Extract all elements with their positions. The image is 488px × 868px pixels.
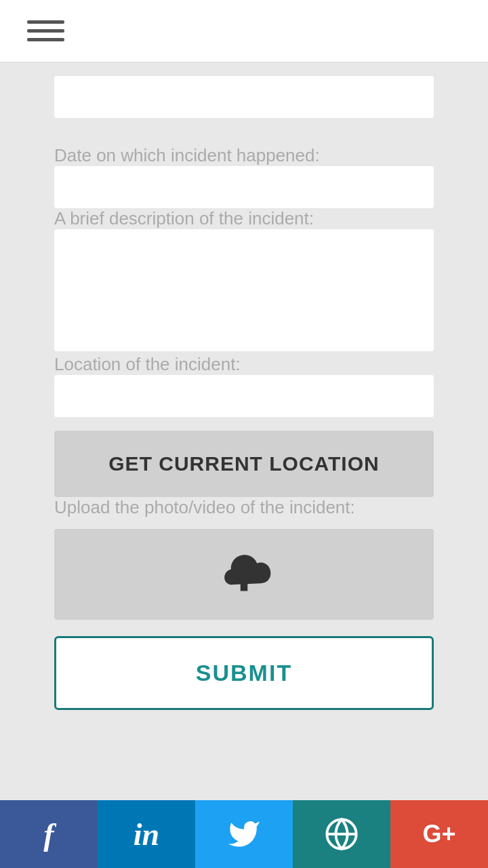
hamburger-menu[interactable]	[27, 20, 64, 41]
upload-label: Upload the photo/video of the incident:	[54, 497, 355, 517]
location-label: Location of the incident:	[54, 354, 241, 374]
website-button[interactable]	[293, 800, 390, 868]
submit-button[interactable]: SUBMIT	[54, 636, 434, 710]
twitter-icon	[227, 817, 261, 851]
cloud-upload-icon	[214, 551, 274, 598]
top-input-wrapper	[0, 62, 488, 132]
location-input[interactable]	[54, 375, 434, 417]
hamburger-line-2	[27, 29, 64, 33]
linkedin-button[interactable]: in	[98, 800, 195, 868]
linkedin-icon: in	[134, 816, 159, 852]
get-location-button[interactable]: GET CURRENT LOCATION	[54, 431, 434, 497]
googleplus-button[interactable]: G+	[390, 800, 488, 868]
twitter-button[interactable]	[195, 800, 293, 868]
hamburger-line-3	[27, 38, 64, 41]
facebook-button[interactable]: f	[0, 800, 98, 868]
globe-icon	[324, 816, 359, 852]
facebook-icon: f	[43, 816, 54, 852]
header	[0, 0, 488, 62]
top-input-field[interactable]	[54, 76, 434, 118]
hamburger-line-1	[27, 20, 64, 24]
googleplus-icon: G+	[422, 820, 455, 848]
social-footer: f in G+	[0, 800, 488, 868]
date-label: Date on which incident happened:	[54, 145, 320, 165]
date-input[interactable]	[54, 166, 434, 208]
description-label: A brief description of the incident:	[54, 208, 314, 229]
upload-area[interactable]	[54, 529, 434, 620]
description-textarea[interactable]	[54, 229, 434, 351]
form-container: Date on which incident happened: A brief…	[0, 132, 488, 737]
